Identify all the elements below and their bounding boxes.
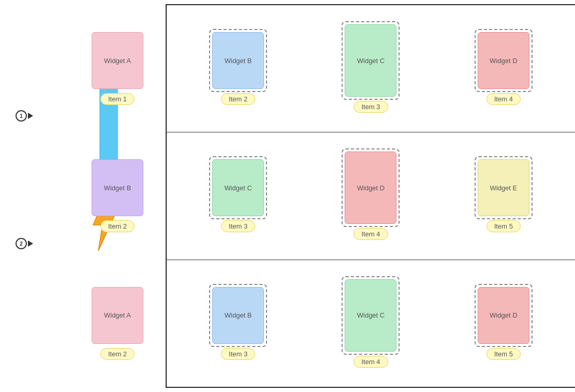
row-section-1: Widget A Item 1 Widget B: [167, 5, 575, 132]
item-badge-row3-4: Item 4: [353, 356, 388, 368]
step-2-arrow-icon: [28, 240, 33, 247]
row1-widget-b-dashed: Widget B: [212, 32, 264, 89]
main-container: 1 2: [0, 0, 575, 392]
right-panel: Widget A Item 1 Widget B: [166, 4, 575, 388]
row-section-3: Widget A Item 2 Widget B I: [167, 260, 575, 387]
widget-d-box-row3: Widget D: [478, 287, 529, 344]
step-1-indicator: 1: [16, 110, 33, 122]
row-2-content: Widget B Item 2 Widget C I: [167, 138, 575, 254]
widget-c-box-row2: Widget C: [212, 159, 264, 216]
row1-widget-c-dashed: Widget C: [345, 24, 396, 97]
widget-d-box-row1: Widget D: [478, 32, 529, 89]
row1-widget-d-dashed: Widget D: [478, 32, 529, 89]
row-3-content: Widget A Item 2 Widget B I: [167, 265, 575, 382]
item-badge-row1-3: Item 3: [353, 101, 388, 113]
item-badge-row1-2: Item 2: [221, 93, 255, 105]
row3-inside-widgets: Widget B Item 3 Widget C: [167, 279, 575, 368]
row1-outside-widget-area: Widget A Item 1: [92, 32, 143, 105]
widget-d-box-row2: Widget D: [345, 152, 396, 224]
row2-widget-c-dashed: Widget C: [212, 159, 264, 216]
step-2-indicator: 2: [16, 238, 33, 249]
step-1-arrow-icon: [28, 113, 33, 119]
row3-outside-widget-area: Widget A Item 2: [92, 287, 143, 360]
row2-widget-c-cell: Widget C Item 3: [212, 159, 264, 232]
item-badge-row2-4: Item 4: [353, 228, 388, 240]
row2-widget-d-cell: Widget D Item 4: [345, 152, 396, 240]
step-1-circle: 1: [16, 110, 27, 122]
row2-widget-d-dashed: Widget D: [345, 152, 396, 224]
row-section-2: Widget B Item 2 Widget C I: [167, 132, 575, 260]
widget-b-box-row1: Widget B: [212, 32, 264, 89]
row1-widget-d-cell: Widget D Item 4: [478, 32, 529, 105]
widget-c-box-row3: Widget C: [345, 279, 396, 352]
row1-inside-widgets: Widget B Item 2 Widget C: [167, 24, 575, 113]
item-badge-row3-5: Item 5: [486, 348, 521, 360]
row2-inside-widgets: Widget C Item 3 Widget D: [167, 152, 575, 240]
widget-c-box-row1: Widget C: [345, 24, 396, 97]
row3-widget-c-cell: Widget C Item 4: [345, 279, 396, 368]
row3-widget-c-dashed: Widget C: [345, 279, 396, 352]
item-badge-row2-3: Item 3: [221, 220, 255, 232]
widget-a-box-row3-outside: Widget A: [92, 287, 143, 344]
widget-b-box-row2-outside: Widget B: [92, 159, 143, 216]
item-badge-row2-outside: Item 2: [100, 220, 135, 232]
item-badge-row2-5: Item 5: [486, 220, 521, 232]
item-badge-row1-outside: Item 1: [100, 93, 135, 105]
row3-widget-b-dashed: Widget B: [212, 287, 264, 344]
row3-widget-d-dashed: Widget D: [478, 287, 529, 344]
row2-outside-widget-area: Widget B Item 2: [92, 159, 143, 232]
item-badge-row1-4: Item 4: [486, 93, 521, 105]
row-1-content: Widget A Item 1 Widget B: [167, 10, 575, 127]
row3-widget-b-cell: Widget B Item 3: [212, 287, 264, 360]
item-badge-row3-3: Item 3: [221, 348, 255, 360]
row3-widget-d-cell: Widget D Item 5: [478, 287, 529, 360]
widget-e-box-row2: Widget E: [478, 159, 529, 216]
step-2-circle: 2: [16, 238, 27, 249]
row1-widget-c-cell: Widget C Item 3: [345, 24, 396, 113]
row1-widget-b-cell: Widget B Item 2: [212, 32, 264, 105]
widget-b-box-row3: Widget B: [212, 287, 264, 344]
row2-widget-e-cell: Widget E Item 5: [478, 159, 529, 232]
item-badge-row3-outside: Item 2: [100, 348, 135, 360]
row2-widget-e-dashed: Widget E: [478, 159, 529, 216]
widget-a-box-row1: Widget A: [92, 32, 143, 89]
